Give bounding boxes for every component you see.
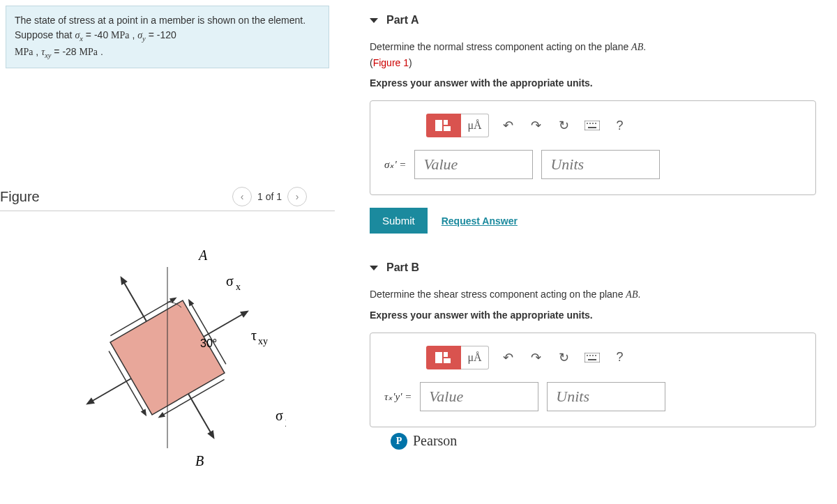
help-button[interactable]: ? bbox=[606, 114, 634, 137]
part-b-toolbar: μÅ ↶ ↷ ↻ ? bbox=[426, 346, 801, 369]
svg-text:σ: σ bbox=[226, 273, 234, 289]
svg-text:xy: xy bbox=[258, 336, 268, 346]
units-button[interactable]: μÅ bbox=[461, 346, 489, 369]
help-button[interactable]: ? bbox=[606, 346, 634, 369]
undo-button[interactable]: ↶ bbox=[495, 114, 522, 137]
svg-point-42 bbox=[592, 355, 594, 356]
svg-marker-6 bbox=[84, 397, 95, 408]
svg-marker-16 bbox=[141, 409, 149, 418]
part-a-title: Part A bbox=[386, 14, 419, 26]
svg-line-7 bbox=[204, 312, 246, 337]
svg-text:y: y bbox=[285, 416, 286, 427]
pearson-icon: P bbox=[391, 433, 407, 450]
part-b-instruction: Express your answer with the appropriate… bbox=[370, 307, 816, 323]
figure-link[interactable]: Figure 1 bbox=[373, 57, 409, 68]
reset-button[interactable]: ↻ bbox=[550, 114, 578, 137]
redo-button[interactable]: ↷ bbox=[522, 114, 550, 137]
pager-text: 1 of 1 bbox=[257, 191, 282, 202]
part-a-toggle-icon[interactable] bbox=[370, 18, 378, 23]
units-input[interactable] bbox=[541, 150, 660, 179]
svg-rect-38 bbox=[444, 358, 451, 363]
part-b-prompt: Determine the shear stress component act… bbox=[370, 287, 816, 303]
svg-marker-14 bbox=[156, 412, 165, 420]
units-input[interactable] bbox=[547, 382, 665, 411]
svg-marker-4 bbox=[207, 430, 218, 441]
sigma-x-prime-label: σₓ' = bbox=[384, 158, 406, 171]
part-b-header: Part B bbox=[370, 261, 816, 274]
value-input[interactable] bbox=[414, 150, 533, 179]
svg-rect-29 bbox=[444, 126, 451, 131]
svg-rect-30 bbox=[585, 121, 600, 130]
svg-marker-2 bbox=[117, 275, 128, 285]
svg-rect-27 bbox=[435, 120, 442, 131]
svg-rect-35 bbox=[588, 127, 596, 128]
figure-diagram: A B σ x σ y τ xy 30° bbox=[0, 232, 335, 469]
part-a-toolbar: μÅ ↶ ↷ ↻ ? bbox=[426, 114, 801, 137]
part-b-answer-box: μÅ ↶ ↷ ↻ ? τₓ'y' = bbox=[370, 333, 816, 427]
reset-button[interactable]: ↻ bbox=[550, 346, 578, 369]
template-button[interactable] bbox=[426, 346, 461, 369]
svg-point-33 bbox=[592, 123, 594, 124]
figure-pager: ‹ 1 of 1 › bbox=[232, 187, 307, 206]
keyboard-button[interactable] bbox=[578, 114, 606, 137]
redo-button[interactable]: ↷ bbox=[522, 346, 550, 369]
keyboard-button[interactable] bbox=[578, 346, 606, 369]
svg-text:τ: τ bbox=[251, 328, 257, 343]
svg-text:x: x bbox=[236, 282, 241, 292]
svg-rect-28 bbox=[444, 120, 448, 125]
part-a-header: Part A bbox=[370, 14, 816, 26]
template-button[interactable] bbox=[426, 114, 461, 137]
svg-line-3 bbox=[188, 394, 213, 436]
svg-point-34 bbox=[595, 123, 596, 124]
part-b-title: Part B bbox=[386, 261, 419, 274]
tau-xy-prime-label: τₓ'y' = bbox=[384, 390, 412, 403]
svg-marker-8 bbox=[240, 307, 250, 318]
next-figure-button[interactable]: › bbox=[287, 187, 307, 206]
part-b-toggle-icon[interactable] bbox=[370, 266, 378, 270]
undo-button[interactable]: ↶ bbox=[495, 346, 522, 369]
svg-text:B: B bbox=[195, 453, 204, 468]
svg-point-41 bbox=[589, 355, 591, 356]
part-a-prompt: Determine the normal stress component ac… bbox=[370, 39, 816, 71]
svg-rect-37 bbox=[444, 352, 448, 357]
part-a-instruction: Express your answer with the appropriate… bbox=[370, 75, 816, 91]
svg-line-1 bbox=[122, 280, 146, 322]
svg-text:30°: 30° bbox=[200, 337, 217, 349]
pearson-text: Pearson bbox=[413, 433, 457, 449]
svg-marker-12 bbox=[186, 298, 194, 307]
problem-statement: The state of stress at a point in a memb… bbox=[6, 6, 329, 68]
figure-title: Figure bbox=[0, 189, 40, 205]
svg-point-40 bbox=[587, 355, 588, 356]
prev-figure-button[interactable]: ‹ bbox=[232, 187, 252, 206]
svg-text:A: A bbox=[197, 247, 208, 263]
svg-rect-44 bbox=[588, 359, 596, 360]
svg-point-32 bbox=[589, 123, 591, 124]
svg-line-5 bbox=[89, 379, 131, 403]
request-answer-link[interactable]: Request Answer bbox=[442, 215, 518, 227]
svg-point-43 bbox=[595, 355, 596, 356]
units-button[interactable]: μÅ bbox=[461, 114, 489, 137]
svg-text:σ: σ bbox=[276, 408, 283, 423]
figure-header: Figure ‹ 1 of 1 › bbox=[0, 187, 335, 211]
submit-button[interactable]: Submit bbox=[370, 208, 428, 234]
part-a-answer-box: μÅ ↶ ↷ ↻ ? σₓ' = bbox=[370, 100, 816, 195]
svg-rect-36 bbox=[435, 352, 442, 363]
svg-rect-39 bbox=[585, 353, 600, 362]
value-input[interactable] bbox=[420, 382, 538, 411]
pearson-branding: P Pearson bbox=[391, 433, 816, 450]
svg-point-31 bbox=[587, 123, 588, 124]
